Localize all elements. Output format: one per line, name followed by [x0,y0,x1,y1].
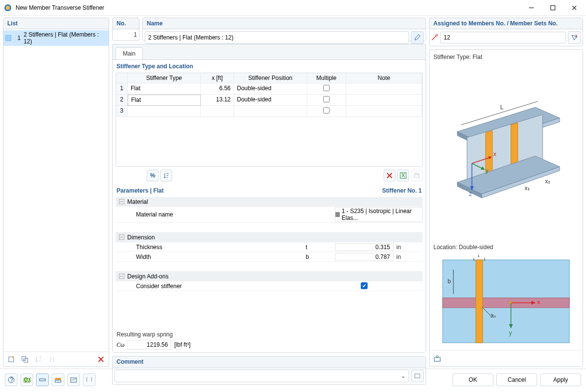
sort-grid-button[interactable] [160,170,172,181]
svg-rect-15 [414,175,419,177]
svg-text:L: L [500,104,504,111]
window-title: New Member Transverse Stiffener [16,4,521,11]
minimize-button[interactable] [521,0,542,15]
svg-text:?: ? [10,376,14,383]
print-button[interactable] [411,170,423,181]
view-members-button[interactable] [36,373,49,386]
name-panel: Name [142,18,426,41]
assigned-header: Assigned to Members No. / Member Sets No… [430,18,583,29]
svg-text:aₛ: aₛ [490,312,496,319]
svg-text:x₁: x₁ [525,185,530,192]
assigned-input[interactable] [440,32,566,43]
svg-rect-17 [415,374,420,378]
list-body[interactable]: 1 2 Stiffeners | Flat (Members : 12) [3,29,109,352]
view-sets-button[interactable] [52,373,64,386]
export-xls-button[interactable]: X [397,170,409,181]
edit-name-button[interactable] [411,31,424,44]
preview-settings-button[interactable] [431,353,443,364]
svg-point-61 [436,355,438,357]
svg-rect-67 [55,378,61,380]
comment-extra-button[interactable] [411,370,424,382]
svg-rect-16 [415,173,418,175]
list-header: List [3,18,109,29]
view-preview-button[interactable] [67,373,80,386]
material-value[interactable]: 1 - S235 | Isotropic | Linear Elas... [335,207,423,222]
color-swatch-icon [5,35,11,41]
multiple-checkbox[interactable] [323,107,330,114]
thickness-value[interactable]: 0.315 [335,243,393,251]
table-row[interactable]: 3 [116,106,422,117]
stiffener-grid[interactable]: Stiffener Type x [ft] Stiffener Position… [116,73,423,167]
renumber-button[interactable] [46,353,58,365]
width-row[interactable]: Width b 0.787 in [116,252,423,262]
main-tabstrip: Main Stiffener Type and Location Stiffen… [112,44,426,353]
table-row[interactable]: 1 Flat 6.56 Double-sided [116,83,422,95]
warp-unit: [lbf·ft³] [174,341,190,348]
preview-2d: t b aₛ x y [430,253,583,350]
comment-panel: Comment ⌄ [112,356,426,385]
apply-button[interactable]: Apply [540,373,581,386]
list-panel: List 1 2 Stiffeners | Flat (Members : 12… [3,18,109,367]
collapse-icon[interactable]: − [119,274,124,279]
tab-main[interactable]: Main [116,47,143,59]
clear-row-button[interactable] [384,170,395,181]
preview-type-label: Stiffener Type: Flat [430,50,583,62]
pick-button[interactable] [568,31,581,44]
svg-text:X: X [401,172,405,179]
collapse-icon[interactable]: − [119,235,124,240]
maximize-button[interactable] [542,0,564,15]
name-input[interactable] [145,31,409,44]
warp-value [127,340,171,350]
no-header: No. [113,18,139,29]
col-pos: Stiffener Position [234,73,307,83]
name-header: Name [143,18,426,29]
titlebar: New Member Transverse Stiffener [0,0,586,16]
material-name-row[interactable]: Material name 1 - S235 | Isotropic | Lin… [116,207,423,223]
thickness-row[interactable]: Thickness t 0.315 in [116,242,423,252]
svg-point-18 [436,34,438,36]
svg-rect-66 [39,379,45,381]
duplicate-item-button[interactable] [19,353,31,365]
dimension-group[interactable]: − Dimension [116,233,423,242]
svg-text:t: t [478,255,480,258]
warp-spring-row: Resulting warp spring Cω [lbf·ft³] [113,328,426,353]
cancel-button[interactable]: Cancel [496,373,537,386]
type-location-title: Stiffener Type and Location [113,60,426,73]
svg-rect-44 [443,298,569,308]
app-icon [4,4,12,12]
width-value[interactable]: 0.787 [335,253,393,261]
consider-checkbox[interactable] [335,282,393,290]
table-row[interactable]: 2 Flat 13.12 Double-sided [116,95,422,106]
multiple-checkbox[interactable] [323,96,330,102]
svg-text:y: y [486,167,488,174]
delete-item-button[interactable] [95,353,107,365]
target-icon [431,34,438,42]
parameters-title: Parameters | Flat Stiffener No. 1 [113,184,426,197]
comment-combo[interactable]: ⌄ [115,370,409,382]
material-group[interactable]: − Material [116,197,423,207]
list-item-index: 1 [14,35,21,41]
no-value: 1 [113,29,139,40]
consider-stiffener-row[interactable]: Consider stiffener [116,281,423,291]
list-toolbar [3,352,109,366]
svg-text:y: y [509,330,512,336]
col-note: Note [346,73,422,83]
help-button[interactable]: ? [5,373,18,386]
sort-button[interactable] [33,353,44,365]
svg-rect-68 [55,380,61,382]
multiple-checkbox[interactable] [323,85,330,91]
collapse-icon[interactable]: − [119,199,124,204]
ok-button[interactable]: OK [452,373,493,386]
units-button[interactable]: 0.00 [20,373,33,386]
list-item[interactable]: 1 2 Stiffeners | Flat (Members : 12) [3,30,109,46]
comment-header: Comment [113,356,426,368]
warp-symbol: Cω [117,341,124,349]
close-button[interactable] [564,0,585,15]
new-item-button[interactable] [5,353,17,365]
percent-button[interactable]: % [147,170,158,181]
col-x: x [ft] [201,73,234,83]
design-addons-group[interactable]: − Design Add-ons [116,272,423,281]
svg-rect-60 [434,357,440,361]
parameters-grid: − Material Material name 1 - S235 | Isot… [116,197,423,325]
script-button[interactable] [83,373,96,386]
